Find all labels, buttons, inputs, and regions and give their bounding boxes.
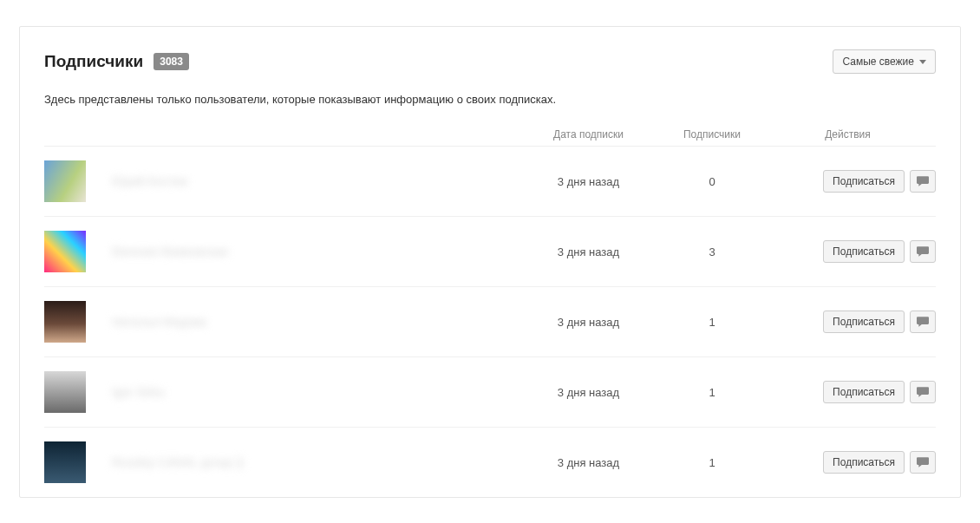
- subscribe-button[interactable]: Подписаться: [823, 170, 905, 193]
- subscribers-count: 1: [664, 316, 760, 329]
- subscribe-button[interactable]: Подписаться: [823, 381, 905, 403]
- subscription-date: 3 дня назад: [513, 386, 664, 399]
- table-row: Юрий Костюк 3 дня назад 0 Подписаться: [44, 147, 936, 217]
- message-button[interactable]: [910, 240, 936, 263]
- subscription-date: 3 дня назад: [513, 456, 664, 469]
- sort-dropdown[interactable]: Самые свежие: [833, 49, 936, 74]
- subscribe-button[interactable]: Подписаться: [823, 240, 905, 263]
- table-row: Igor Sirbu 3 дня назад 1 Подписаться: [44, 357, 936, 428]
- user-name[interactable]: Юрий Костюк: [112, 174, 187, 188]
- col-date-label: Дата подписки: [513, 128, 664, 141]
- message-icon: [917, 246, 929, 257]
- avatar[interactable]: [44, 371, 86, 413]
- user-name[interactable]: Russkiy CANAL group )): [112, 455, 244, 469]
- col-actions-label: Действия: [760, 128, 936, 141]
- table-row: Евгения Маяковская 3 дня назад 3 Подписа…: [44, 217, 936, 287]
- subscribe-button[interactable]: Подписаться: [823, 311, 905, 333]
- user-name[interactable]: Евгения Маяковская: [112, 245, 228, 258]
- table-header: Дата подписки Подписчики Действия: [44, 121, 936, 147]
- caret-down-icon: [919, 60, 926, 64]
- avatar[interactable]: [44, 301, 86, 343]
- user-name[interactable]: Наталья Медова: [112, 315, 206, 329]
- avatar[interactable]: [44, 160, 86, 202]
- subscribers-panel: Подписчики 3083 Самые свежие Здесь предс…: [19, 26, 961, 498]
- message-icon: [917, 176, 929, 186]
- message-button[interactable]: [910, 451, 936, 474]
- message-icon: [917, 387, 929, 397]
- message-button[interactable]: [910, 311, 936, 333]
- subtitle-text: Здесь представлены только пользователи, …: [44, 93, 936, 106]
- subscribers-count: 3: [664, 245, 760, 258]
- col-subs-label: Подписчики: [664, 128, 760, 141]
- user-name[interactable]: Igor Sirbu: [112, 385, 165, 399]
- avatar[interactable]: [44, 231, 86, 272]
- subscribers-count: 0: [664, 175, 760, 188]
- subscription-date: 3 дня назад: [513, 316, 664, 329]
- page-title: Подписчики: [44, 52, 143, 71]
- message-icon: [917, 317, 929, 327]
- table-row: Russkiy CANAL group )) 3 дня назад 1 Под…: [44, 428, 936, 497]
- subscription-date: 3 дня назад: [513, 245, 664, 258]
- count-badge: 3083: [154, 53, 189, 70]
- avatar[interactable]: [44, 441, 86, 483]
- message-icon: [917, 457, 929, 467]
- table-row: Наталья Медова 3 дня назад 1 Подписаться: [44, 287, 936, 357]
- subscribers-count: 1: [664, 386, 760, 399]
- subscribers-count: 1: [664, 456, 760, 469]
- sort-label: Самые свежие: [842, 56, 914, 68]
- message-button[interactable]: [910, 170, 936, 193]
- subscription-date: 3 дня назад: [513, 175, 664, 188]
- message-button[interactable]: [910, 381, 936, 403]
- subscribe-button[interactable]: Подписаться: [823, 451, 905, 474]
